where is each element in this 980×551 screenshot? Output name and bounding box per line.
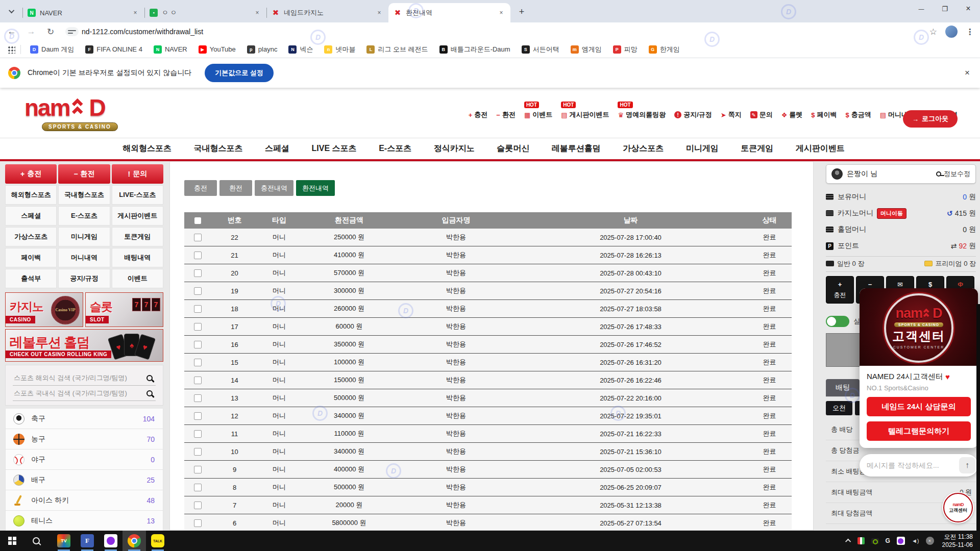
bookmark-item[interactable]: G 한게임	[649, 45, 680, 54]
tray-purple-icon[interactable]	[897, 537, 905, 545]
row-checkbox[interactable]	[194, 412, 202, 420]
send-button[interactable]: ↑	[959, 457, 975, 473]
browser-tab[interactable]: ㅇ ㅇ	[144, 3, 266, 22]
row-checkbox[interactable]	[194, 269, 202, 277]
site-logo[interactable]: nam D SPORTS & CASINO	[24, 94, 118, 131]
start-button-icon[interactable]	[8, 537, 16, 545]
sidebar-menu-item[interactable]: LIVE-스포츠	[112, 185, 163, 205]
logout-button[interactable]: → 로그아웃	[903, 110, 958, 128]
row-checkbox[interactable]	[194, 341, 202, 348]
row-checkbox[interactable]	[194, 394, 202, 402]
sidebar-menu-item[interactable]: 배팅내역	[112, 248, 163, 267]
notification-close-icon[interactable]	[965, 68, 970, 78]
sidebar-quick-button[interactable]: + 충전	[5, 164, 57, 184]
header-quicklink[interactable]: HOT ▦ 이벤트	[524, 110, 552, 119]
set-default-button[interactable]: 기본값으로 설정	[205, 64, 274, 82]
tab-close-icon[interactable]	[253, 9, 261, 17]
row-checkbox[interactable]	[194, 287, 202, 295]
sport-list-item[interactable]: 야구 0	[5, 449, 163, 470]
new-tab-button[interactable]	[514, 5, 529, 19]
overseas-search-input[interactable]	[14, 374, 146, 382]
nav-item[interactable]: LIVE 스포츠	[312, 143, 357, 154]
content-tab[interactable]: 충전내역	[255, 180, 293, 196]
url-text[interactable]: nd-1212.com/customer/withdrawal_list	[82, 28, 203, 36]
sidebar-menu-item[interactable]: 국내형스포츠	[58, 185, 110, 205]
browser-tab[interactable]: 환전내역	[388, 3, 510, 22]
tray-close-icon[interactable]: ×	[926, 537, 934, 545]
exchange-icon[interactable]: ⇄	[951, 242, 957, 250]
tab-close-icon[interactable]	[375, 9, 383, 17]
row-checkbox[interactable]	[194, 430, 202, 438]
content-tab[interactable]: 충전	[184, 180, 217, 196]
content-tab[interactable]: 환전내역	[296, 180, 335, 196]
sidebar-menu-item[interactable]: 미니게임	[58, 227, 110, 246]
sidebar-menu-item[interactable]: 가상스포츠	[5, 227, 57, 246]
window-restore-button[interactable]	[933, 0, 957, 17]
bookmark-item[interactable]: N NAVER	[154, 45, 187, 54]
bookmark-item[interactable]: L 리그 오브 레전드	[366, 45, 428, 54]
taskbar-search-icon[interactable]	[33, 537, 40, 544]
bookmark-item[interactable]: ▶ YouTube	[199, 45, 236, 54]
sidebar-menu-item[interactable]: 게시판이벤트	[112, 206, 163, 226]
sport-list-item[interactable]: 아이스 하키 48	[5, 490, 163, 511]
nav-item[interactable]: 레볼루션홀덤	[552, 143, 601, 154]
slot-banner[interactable]: 슬롯 SLOT 777	[85, 292, 163, 327]
sidebar-menu-item[interactable]: 페이백	[5, 248, 57, 267]
nav-item[interactable]: 미니게임	[686, 143, 719, 154]
sidebar-quick-button[interactable]: − 환전	[58, 164, 110, 184]
bookmark-item[interactable]: P 피망	[613, 45, 638, 54]
refresh-icon[interactable]: ↺	[947, 209, 953, 217]
nvidia-icon[interactable]	[871, 538, 879, 544]
scrollbar-strip[interactable]	[976, 304, 980, 531]
taskbar-app-kakaotalk[interactable]: TALK	[146, 531, 169, 551]
toggle-switch[interactable]	[826, 316, 849, 327]
header-quicklink[interactable]: + 충전	[469, 110, 488, 119]
header-quicklink[interactable]: ✎ 문의	[750, 110, 773, 119]
sidebar-menu-item[interactable]: 출석부	[5, 269, 57, 288]
back-button[interactable]: ←	[4, 24, 19, 39]
site-info-icon[interactable]	[65, 27, 79, 36]
tab-close-icon[interactable]	[131, 9, 139, 17]
row-checkbox[interactable]	[194, 448, 202, 456]
header-quicklink[interactable]: HOT ▤ 게시판이벤트	[561, 110, 609, 119]
sport-list-item[interactable]: 테니스 13	[5, 511, 163, 531]
browser-tab[interactable]: 네임드카지노	[266, 3, 388, 22]
chat-message-input[interactable]	[867, 461, 959, 469]
edit-profile-button[interactable]: 정보수정	[936, 169, 970, 179]
nav-item[interactable]: 게시판이벤트	[796, 143, 845, 154]
holdem-banner[interactable]: 레볼루션 홀덤 CHECK OUT CASINO ROLLING KING ♥ …	[5, 329, 163, 362]
domestic-search-input[interactable]	[14, 389, 146, 397]
customer-center-badge[interactable]: namD 고객센터	[943, 493, 973, 522]
nav-item[interactable]: 스페셜	[265, 143, 289, 154]
telegram-button[interactable]: 텔레그램문의하기	[867, 421, 971, 441]
search-icon[interactable]	[146, 375, 153, 381]
bookmark-item[interactable]: F FIFA ONLINE 4	[85, 45, 142, 54]
row-checkbox[interactable]	[194, 234, 202, 241]
volume-icon[interactable]: ◄)	[912, 538, 919, 544]
tab-search-button[interactable]	[5, 4, 19, 18]
sidebar-menu-item[interactable]: 토큰게임	[112, 227, 163, 246]
nav-item[interactable]: 정식카지노	[434, 143, 475, 154]
header-quicklink[interactable]: ❖ 룰렛	[781, 110, 803, 119]
bookmark-item[interactable]: N 넥슨	[288, 45, 313, 54]
bookmark-item[interactable]: n 넷마블	[324, 45, 355, 54]
sidebar-menu-item[interactable]: 스페셜	[5, 206, 57, 226]
bookmark-item[interactable]: S 서든어택	[522, 45, 559, 54]
casino-banner[interactable]: 카지노 CASINO Casino VIP	[5, 292, 83, 327]
sidebar-menu-item[interactable]: E-스포츠	[58, 206, 110, 226]
sidebar-menu-item[interactable]: 공지/규정	[58, 269, 110, 288]
nav-item[interactable]: E-스포츠	[379, 143, 411, 154]
forward-button[interactable]: →	[23, 24, 39, 39]
taskbar-app-tv[interactable]: TV	[52, 531, 76, 551]
browser-menu-icon[interactable]	[966, 27, 974, 37]
header-quicklink[interactable]: − 환전	[496, 110, 516, 119]
betting-tab[interactable]: 배팅	[826, 379, 860, 396]
sidebar-menu-item[interactable]: 머니내역	[58, 248, 110, 267]
logitech-icon[interactable]: G	[886, 537, 890, 544]
apps-grid-icon[interactable]	[7, 45, 15, 54]
row-checkbox[interactable]	[194, 502, 202, 509]
header-quicklink[interactable]: $ 충금액	[846, 110, 871, 119]
header-quicklink[interactable]: ! 공지/규정	[674, 110, 712, 119]
sport-list-item[interactable]: 농구 70	[5, 429, 163, 449]
bookmark-item[interactable]: B 배틀그라운드-Daum	[439, 45, 510, 54]
